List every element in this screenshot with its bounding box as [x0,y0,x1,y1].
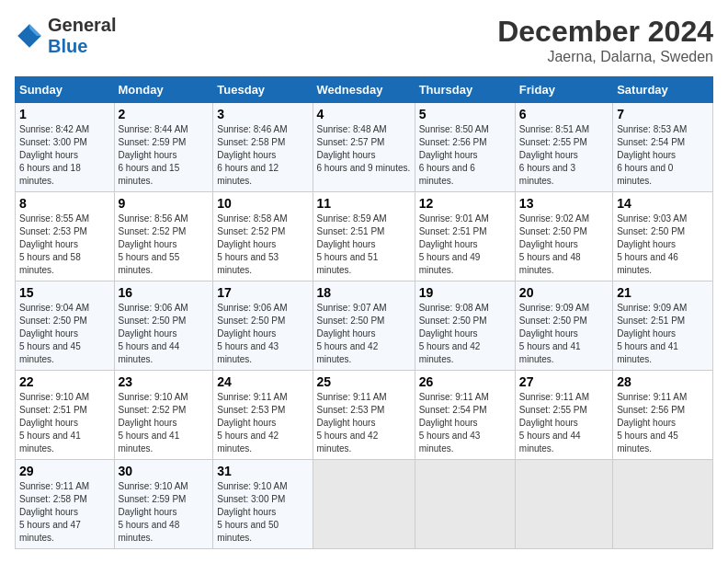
weekday-header-friday: Friday [515,77,612,103]
logo-text-line1: General [48,15,116,36]
day-number: 26 [419,374,511,389]
calendar-cell: 10Sunrise: 8:58 AMSunset: 2:52 PMDayligh… [213,192,313,282]
weekday-header-tuesday: Tuesday [213,77,313,103]
day-info: Sunrise: 8:50 AMSunset: 2:56 PMDaylight … [419,123,511,188]
day-info: Sunrise: 9:04 AMSunset: 2:50 PMDaylight … [19,302,110,366]
day-number: 2 [119,107,210,121]
day-info: Sunrise: 8:58 AMSunset: 2:52 PMDaylight … [217,213,308,277]
day-info: Sunrise: 9:02 AMSunset: 2:50 PMDaylight … [519,213,609,277]
calendar-cell: 2Sunrise: 8:44 AMSunset: 2:59 PMDaylight… [114,103,213,192]
day-info: Sunrise: 9:11 AMSunset: 2:58 PMDaylight … [19,480,110,545]
calendar-cell: 5Sunrise: 8:50 AMSunset: 2:56 PMDaylight… [415,103,515,192]
day-number: 4 [317,107,411,121]
day-number: 23 [119,374,210,389]
day-info: Sunrise: 8:56 AMSunset: 2:52 PMDaylight … [119,213,210,277]
day-info: Sunrise: 8:48 AMSunset: 2:57 PMDaylight … [317,123,411,175]
calendar-cell: 26Sunrise: 9:11 AMSunset: 2:54 PMDayligh… [415,371,515,460]
day-info: Sunrise: 9:09 AMSunset: 2:50 PMDaylight … [519,302,609,366]
day-number: 7 [617,107,709,121]
calendar-cell: 23Sunrise: 9:10 AMSunset: 2:52 PMDayligh… [114,371,213,460]
calendar-cell: 4Sunrise: 8:48 AMSunset: 2:57 PMDaylight… [313,103,415,192]
calendar-cell: 17Sunrise: 9:06 AMSunset: 2:50 PMDayligh… [213,282,313,371]
day-info: Sunrise: 8:42 AMSunset: 3:00 PMDaylight … [19,123,110,188]
day-number: 16 [119,285,210,300]
calendar-cell [313,460,415,549]
day-number: 9 [119,196,210,211]
calendar-cell: 21Sunrise: 9:09 AMSunset: 2:51 PMDayligh… [613,282,713,371]
day-info: Sunrise: 8:51 AMSunset: 2:55 PMDaylight … [519,123,609,188]
day-info: Sunrise: 9:11 AMSunset: 2:53 PMDaylight … [317,391,411,455]
day-number: 6 [519,107,609,121]
header-row: SundayMondayTuesdayWednesdayThursdayFrid… [16,77,713,103]
calendar-cell: 13Sunrise: 9:02 AMSunset: 2:50 PMDayligh… [515,192,612,282]
day-number: 19 [419,285,511,300]
day-number: 13 [519,196,609,211]
day-info: Sunrise: 9:03 AMSunset: 2:50 PMDaylight … [617,213,709,277]
day-info: Sunrise: 9:10 AMSunset: 3:00 PMDaylight … [217,480,308,545]
day-info: Sunrise: 8:53 AMSunset: 2:54 PMDaylight … [617,123,709,188]
day-number: 18 [317,285,411,300]
calendar-cell: 9Sunrise: 8:56 AMSunset: 2:52 PMDaylight… [114,192,213,282]
day-info: Sunrise: 8:59 AMSunset: 2:51 PMDaylight … [317,213,411,277]
day-number: 20 [519,285,609,300]
weekday-header-monday: Monday [114,77,213,103]
day-info: Sunrise: 8:55 AMSunset: 2:53 PMDaylight … [19,213,110,277]
day-info: Sunrise: 9:06 AMSunset: 2:50 PMDaylight … [217,302,308,366]
day-number: 29 [19,464,110,478]
day-info: Sunrise: 9:10 AMSunset: 2:52 PMDaylight … [119,391,210,455]
day-number: 15 [19,285,110,300]
day-number: 8 [19,196,110,211]
calendar-cell: 8Sunrise: 8:55 AMSunset: 2:53 PMDaylight… [16,192,115,282]
day-info: Sunrise: 9:10 AMSunset: 2:51 PMDaylight … [19,391,110,455]
calendar-cell: 15Sunrise: 9:04 AMSunset: 2:50 PMDayligh… [16,282,115,371]
day-info: Sunrise: 8:46 AMSunset: 2:58 PMDaylight … [217,123,308,188]
weekday-header-saturday: Saturday [613,77,713,103]
calendar-week-5: 29Sunrise: 9:11 AMSunset: 2:58 PMDayligh… [16,460,713,549]
day-number: 31 [217,464,308,478]
day-number: 5 [419,107,511,121]
day-info: Sunrise: 9:09 AMSunset: 2:51 PMDaylight … [617,302,709,366]
day-number: 27 [519,374,609,389]
day-number: 25 [317,374,411,389]
calendar-cell [515,460,612,549]
calendar-cell: 31Sunrise: 9:10 AMSunset: 3:00 PMDayligh… [213,460,313,549]
day-info: Sunrise: 9:01 AMSunset: 2:51 PMDaylight … [419,213,511,277]
calendar-cell: 20Sunrise: 9:09 AMSunset: 2:50 PMDayligh… [515,282,612,371]
page-title: December 2024 [497,15,713,49]
calendar-cell: 6Sunrise: 8:51 AMSunset: 2:55 PMDaylight… [515,103,612,192]
calendar-cell: 1Sunrise: 8:42 AMSunset: 3:00 PMDaylight… [16,103,115,192]
calendar-cell [415,460,515,549]
day-number: 24 [217,374,308,389]
title-block: December 2024 Jaerna, Dalarna, Sweden [497,15,713,65]
day-number: 21 [617,285,709,300]
calendar-week-3: 15Sunrise: 9:04 AMSunset: 2:50 PMDayligh… [16,282,713,371]
calendar-cell: 14Sunrise: 9:03 AMSunset: 2:50 PMDayligh… [613,192,713,282]
calendar-cell: 11Sunrise: 8:59 AMSunset: 2:51 PMDayligh… [313,192,415,282]
day-number: 28 [617,374,709,389]
day-number: 12 [419,196,511,211]
calendar-week-4: 22Sunrise: 9:10 AMSunset: 2:51 PMDayligh… [16,371,713,460]
day-number: 17 [217,285,308,300]
day-info: Sunrise: 9:10 AMSunset: 2:59 PMDaylight … [119,480,210,545]
day-info: Sunrise: 9:08 AMSunset: 2:50 PMDaylight … [419,302,511,366]
calendar-cell: 24Sunrise: 9:11 AMSunset: 2:53 PMDayligh… [213,371,313,460]
day-info: Sunrise: 9:07 AMSunset: 2:50 PMDaylight … [317,302,411,366]
day-info: Sunrise: 8:44 AMSunset: 2:59 PMDaylight … [119,123,210,188]
page-header: General Blue December 2024 Jaerna, Dalar… [15,15,713,65]
day-info: Sunrise: 9:11 AMSunset: 2:53 PMDaylight … [217,391,308,455]
logo-text-line2: Blue [48,36,116,57]
calendar-week-1: 1Sunrise: 8:42 AMSunset: 3:00 PMDaylight… [16,103,713,192]
day-number: 14 [617,196,709,211]
calendar-cell: 18Sunrise: 9:07 AMSunset: 2:50 PMDayligh… [313,282,415,371]
calendar-cell: 30Sunrise: 9:10 AMSunset: 2:59 PMDayligh… [114,460,213,549]
calendar-cell: 22Sunrise: 9:10 AMSunset: 2:51 PMDayligh… [16,371,115,460]
page-subtitle: Jaerna, Dalarna, Sweden [497,49,713,65]
calendar-cell: 27Sunrise: 9:11 AMSunset: 2:55 PMDayligh… [515,371,612,460]
calendar-cell: 12Sunrise: 9:01 AMSunset: 2:51 PMDayligh… [415,192,515,282]
day-number: 1 [19,107,110,121]
day-number: 10 [217,196,308,211]
calendar-cell: 28Sunrise: 9:11 AMSunset: 2:56 PMDayligh… [613,371,713,460]
calendar-cell: 29Sunrise: 9:11 AMSunset: 2:58 PMDayligh… [16,460,115,549]
calendar-cell: 25Sunrise: 9:11 AMSunset: 2:53 PMDayligh… [313,371,415,460]
calendar-cell [613,460,713,549]
